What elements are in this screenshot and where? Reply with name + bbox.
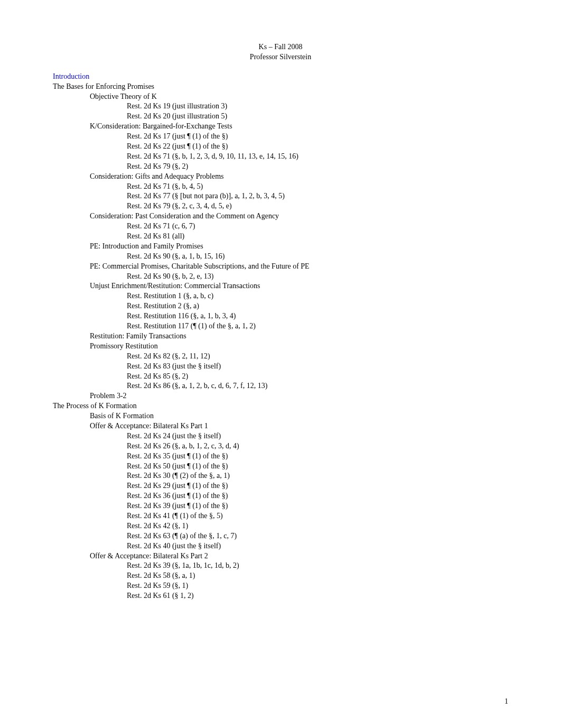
outline-line: The Process of K Formation <box>53 401 508 411</box>
outline: The Bases for Enforcing PromisesObjectiv… <box>53 82 508 601</box>
outline-line: Consideration: Past Consideration and th… <box>90 211 508 222</box>
outline-line: Rest. 2d Ks 81 (all) <box>127 232 508 242</box>
outline-line: PE: Introduction and Family Promises <box>90 242 508 252</box>
introduction-link-row: Introduction <box>53 72 508 82</box>
outline-line: Rest. 2d Ks 90 (§, a, 1, b, 15, 16) <box>127 252 508 262</box>
outline-line: Rest. 2d Ks 79 (§, 2, c, 3, 4, d, 5, e) <box>127 201 508 211</box>
outline-line: Rest. 2d Ks 59 (§, 1) <box>127 581 508 591</box>
outline-line: Rest. 2d Ks 77 (§ [but not para (b)], a,… <box>127 191 508 201</box>
outline-line: Rest. 2d Ks 30 (¶ (2) of the §, a, 1) <box>127 471 508 481</box>
outline-line: Rest. 2d Ks 42 (§, 1) <box>127 521 508 531</box>
outline-line: Offer & Acceptance: Bilateral Ks Part 2 <box>90 551 508 561</box>
outline-line: Problem 3-2 <box>90 391 508 401</box>
outline-line: Rest. 2d Ks 85 (§, 2) <box>127 372 508 382</box>
page-number: 1 <box>504 697 508 707</box>
outline-line: Rest. 2d Ks 20 (just illustration 5) <box>127 112 508 122</box>
outline-line: Promissory Restitution <box>90 342 508 352</box>
outline-line: Offer & Acceptance: Bilateral Ks Part 1 <box>90 421 508 431</box>
outline-line: Rest. 2d Ks 41 (¶ (1) of the §, 5) <box>127 511 508 521</box>
outline-line: Rest. Restitution 1 (§, a, b, c) <box>127 291 508 301</box>
professor-name: Professor Silverstein <box>53 52 508 62</box>
outline-line: Rest. 2d Ks 35 (just ¶ (1) of the §) <box>127 451 508 462</box>
outline-line: Rest. 2d Ks 39 (§, 1a, 1b, 1c, 1d, b, 2) <box>127 561 508 571</box>
outline-line: Rest. 2d Ks 39 (just ¶ (1) of the §) <box>127 501 508 511</box>
outline-line: The Bases for Enforcing Promises <box>53 82 508 92</box>
outline-line: Rest. Restitution 117 (¶ (1) of the §, a… <box>127 321 508 331</box>
outline-line: Rest. 2d Ks 50 (just ¶ (1) of the §) <box>127 462 508 472</box>
outline-line: Rest. 2d Ks 71 (§, b, 4, 5) <box>127 182 508 192</box>
outline-line: Rest. 2d Ks 24 (just the § itself) <box>127 431 508 441</box>
outline-line: Rest. Restitution 116 (§, a, 1, b, 3, 4) <box>127 311 508 321</box>
outline-line: Rest. 2d Ks 61 (§ 1, 2) <box>127 591 508 601</box>
outline-line: Rest. 2d Ks 83 (just the § itself) <box>127 362 508 372</box>
outline-line: Rest. 2d Ks 63 (¶ (a) of the §, 1, c, 7) <box>127 531 508 541</box>
outline-line: Rest. 2d Ks 71 (§, b, 1, 2, 3, d, 9, 10,… <box>127 152 508 162</box>
outline-line: K/Consideration: Bargained-for-Exchange … <box>90 122 508 132</box>
outline-line: Rest. 2d Ks 22 (just ¶ (1) of the §) <box>127 142 508 152</box>
outline-line: Rest. 2d Ks 79 (§, 2) <box>127 162 508 172</box>
introduction-link[interactable]: Introduction <box>53 72 89 80</box>
outline-line: Rest. Restitution 2 (§, a) <box>127 301 508 311</box>
outline-line: Restitution: Family Transactions <box>90 331 508 342</box>
outline-line: Rest. 2d Ks 36 (just ¶ (1) of the §) <box>127 491 508 501</box>
outline-line: Rest. 2d Ks 29 (just ¶ (1) of the §) <box>127 481 508 491</box>
outline-line: Rest. 2d Ks 71 (c, 6, 7) <box>127 222 508 232</box>
outline-line: Rest. 2d Ks 17 (just ¶ (1) of the §) <box>127 132 508 142</box>
course-title: Ks – Fall 2008 <box>53 42 508 52</box>
outline-line: Consideration: Gifts and Adequacy Proble… <box>90 172 508 182</box>
outline-line: PE: Commercial Promises, Charitable Subs… <box>90 262 508 272</box>
outline-line: Rest. 2d Ks 82 (§, 2, 11, 12) <box>127 352 508 362</box>
outline-line: Rest. 2d Ks 19 (just illustration 3) <box>127 102 508 112</box>
outline-line: Basis of K Formation <box>90 411 508 421</box>
outline-line: Rest. 2d Ks 58 (§, a, 1) <box>127 571 508 581</box>
outline-line: Objective Theory of K <box>90 92 508 102</box>
document-header: Ks – Fall 2008 Professor Silverstein <box>53 42 508 62</box>
outline-line: Rest. 2d Ks 26 (§, a, b, 1, 2, c, 3, d, … <box>127 441 508 451</box>
outline-line: Rest. 2d Ks 90 (§, b, 2, e, 13) <box>127 272 508 282</box>
outline-line: Rest. 2d Ks 40 (just the § itself) <box>127 541 508 551</box>
outline-line: Rest. 2d Ks 86 (§, a, 1, 2, b, c, d, 6, … <box>127 381 508 391</box>
outline-line: Unjust Enrichment/Restitution: Commercia… <box>90 281 508 291</box>
